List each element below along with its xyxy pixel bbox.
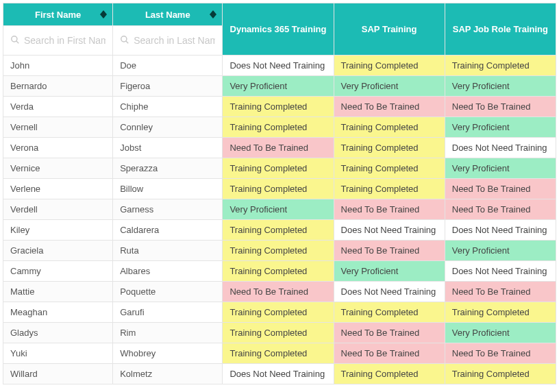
header-dynamics-label: Dynamics 365 Training [230,24,327,34]
cell-first-name: Willard [3,364,113,384]
table-row: GladysRimTraining CompletedNeed To Be Tr… [3,323,556,343]
table-row: GracielaRutaTraining CompletedNeed To Be… [3,241,556,261]
search-last-name-input[interactable] [134,35,215,46]
cell-dynamics: Training Completed [223,179,334,199]
search-first-name-input[interactable] [24,35,105,46]
cell-dynamics: Training Completed [223,97,334,117]
svg-point-4 [12,36,17,41]
cell-sap: Very Proficient [334,76,445,97]
cell-last-name: Kolmetz [113,364,223,384]
cell-last-name: Doe [113,56,223,76]
cell-last-name: Whobrey [113,343,223,364]
cell-first-name: Yuki [3,343,113,364]
cell-dynamics: Does Not Need Training [223,364,334,384]
cell-last-name: Connley [113,117,223,138]
header-sap-label: SAP Training [362,24,417,34]
header-first-name[interactable]: First Name [3,3,113,26]
cell-last-name: Figeroa [113,76,223,97]
table-row: CammyAlbaresTraining CompletedVery Profi… [3,261,556,282]
table-row: MattiePoquetteNeed To Be TrainedDoes Not… [3,282,556,302]
cell-dynamics: Training Completed [223,323,334,343]
cell-first-name: Verda [3,97,113,117]
svg-line-5 [16,40,19,43]
training-table: First Name Last Name Dynamics 3 [3,3,556,384]
cell-sap_role: Very Proficient [445,117,556,138]
cell-sap: Training Completed [334,179,445,199]
cell-dynamics: Does Not Need Training [223,56,334,76]
cell-sap_role: Need To Be Trained [445,282,556,302]
cell-last-name: Caldarera [113,220,223,241]
cell-sap_role: Need To Be Trained [445,199,556,220]
cell-last-name: Poquette [113,282,223,302]
table-row: VerleneBillowTraining CompletedTraining … [3,179,556,199]
cell-sap_role: Very Proficient [445,158,556,179]
cell-first-name: Bernardo [3,76,113,97]
header-dynamics[interactable]: Dynamics 365 Training [223,3,334,56]
table-row: WillardKolmetzDoes Not Need TrainingTrai… [3,364,556,384]
table-row: VerniceSperazzaTraining CompletedTrainin… [3,158,556,179]
cell-last-name: Rim [113,323,223,343]
cell-sap_role: Very Proficient [445,323,556,343]
table-row: KileyCaldareraTraining CompletedDoes Not… [3,220,556,241]
cell-sap_role: Very Proficient [445,76,556,97]
table-row: JohnDoeDoes Not Need TrainingTraining Co… [3,56,556,76]
search-icon [10,35,20,47]
sort-icon[interactable] [100,10,107,19]
header-sap-role-label: SAP Job Role Training [453,24,548,34]
cell-sap_role: Need To Be Trained [445,179,556,199]
svg-point-6 [121,36,127,41]
cell-sap: Training Completed [334,56,445,76]
cell-first-name: Vernell [3,117,113,138]
table-row: MeaghanGarufiTraining CompletedTraining … [3,302,556,323]
table-body: JohnDoeDoes Not Need TrainingTraining Co… [3,56,556,384]
cell-dynamics: Training Completed [223,261,334,282]
cell-sap_role: Very Proficient [445,241,556,261]
cell-sap: Need To Be Trained [334,343,445,364]
cell-sap_role: Training Completed [445,364,556,384]
header-last-name-label: Last Name [145,10,190,20]
header-sap[interactable]: SAP Training [334,3,445,56]
cell-sap_role: Does Not Need Training [445,220,556,241]
cell-sap: Does Not Need Training [334,220,445,241]
cell-first-name: Kiley [3,220,113,241]
table-row: VernellConnleyTraining CompletedTraining… [3,117,556,138]
cell-first-name: Graciela [3,241,113,261]
cell-first-name: Vernice [3,158,113,179]
cell-sap: Very Proficient [334,261,445,282]
table-row: VerdaChipheTraining CompletedNeed To Be … [3,97,556,117]
cell-sap: Training Completed [334,138,445,158]
svg-marker-1 [100,14,107,19]
header-last-name[interactable]: Last Name [113,3,223,26]
cell-sap: Need To Be Trained [334,323,445,343]
cell-sap_role: Training Completed [445,56,556,76]
cell-first-name: Verdell [3,199,113,220]
cell-last-name: Garufi [113,302,223,323]
sort-icon[interactable] [210,10,216,19]
table-row: VerdellGarnessVery ProficientNeed To Be … [3,199,556,220]
cell-sap: Training Completed [334,302,445,323]
cell-dynamics: Training Completed [223,220,334,241]
cell-last-name: Chiphe [113,97,223,117]
cell-last-name: Garness [113,199,223,220]
cell-dynamics: Very Proficient [223,199,334,220]
header-sap-role[interactable]: SAP Job Role Training [445,3,556,56]
cell-dynamics: Need To Be Trained [223,138,334,158]
cell-first-name: Mattie [3,282,113,302]
cell-last-name: Ruta [113,241,223,261]
cell-first-name: John [3,56,113,76]
cell-last-name: Jobst [113,138,223,158]
cell-dynamics: Training Completed [223,302,334,323]
cell-sap: Does Not Need Training [334,282,445,302]
cell-sap: Need To Be Trained [334,241,445,261]
cell-dynamics: Very Proficient [223,76,334,97]
cell-sap: Training Completed [334,158,445,179]
cell-dynamics: Need To Be Trained [223,282,334,302]
cell-sap_role: Need To Be Trained [445,343,556,364]
cell-first-name: Verlene [3,179,113,199]
search-last-name-cell [113,26,223,56]
cell-first-name: Meaghan [3,302,113,323]
table-row: BernardoFigeroaVery ProficientVery Profi… [3,76,556,97]
search-icon [120,35,129,47]
svg-marker-3 [210,14,216,19]
cell-sap_role: Training Completed [445,302,556,323]
